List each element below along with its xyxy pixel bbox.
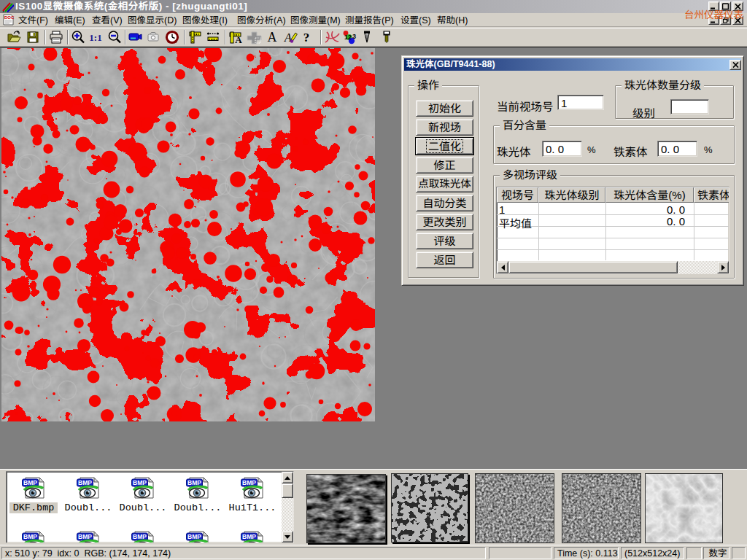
svg-text:BMP: BMP: [23, 479, 37, 486]
svg-text:BMP: BMP: [133, 533, 147, 540]
svg-text:BMP: BMP: [187, 533, 201, 540]
svg-text:BMP: BMP: [242, 533, 256, 540]
svg-text:BMP: BMP: [242, 479, 256, 486]
svg-text:BMP: BMP: [187, 479, 201, 486]
svg-text:2: 2: [348, 34, 352, 41]
svg-text:A: A: [235, 34, 242, 44]
svg-text:BMP: BMP: [78, 533, 92, 540]
svg-text:BMP: BMP: [23, 533, 37, 540]
svg-text:1:1: 1:1: [89, 32, 101, 43]
svg-text:?: ?: [303, 31, 310, 44]
svg-text:BMP: BMP: [78, 479, 92, 486]
svg-text:BMP: BMP: [133, 479, 147, 486]
svg-text:DOC: DOC: [4, 15, 15, 20]
svg-text:3: 3: [352, 33, 356, 40]
svg-text:A: A: [268, 30, 277, 44]
